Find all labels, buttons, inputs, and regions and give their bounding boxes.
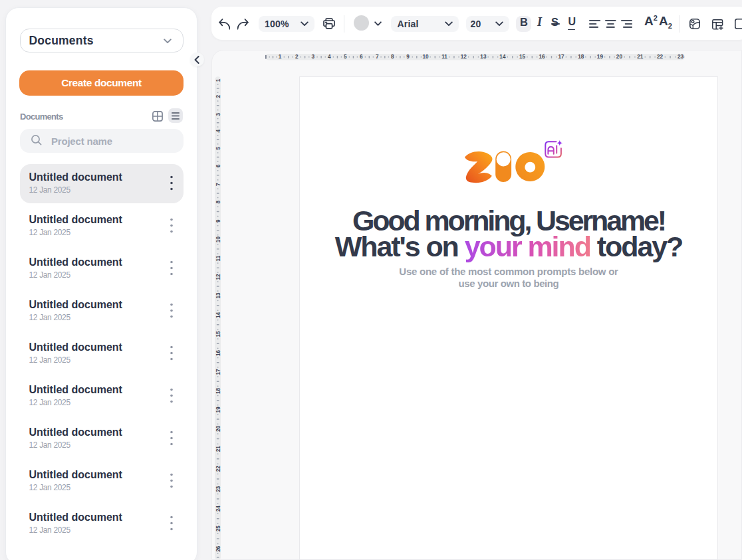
svg-text:13: 13 xyxy=(215,292,221,299)
svg-text:14: 14 xyxy=(215,312,221,319)
svg-text:23: 23 xyxy=(678,54,684,60)
svg-text:25: 25 xyxy=(215,525,221,532)
svg-text:26: 26 xyxy=(215,545,221,552)
svg-text:22: 22 xyxy=(657,54,664,60)
svg-text:7: 7 xyxy=(215,183,221,186)
svg-text:21: 21 xyxy=(215,446,221,452)
svg-text:9: 9 xyxy=(215,219,221,223)
svg-text:5: 5 xyxy=(344,54,347,60)
svg-text:8: 8 xyxy=(215,200,221,203)
svg-text:23: 23 xyxy=(215,486,221,492)
svg-text:20: 20 xyxy=(616,54,623,60)
svg-text:21: 21 xyxy=(637,54,644,60)
svg-text:16: 16 xyxy=(215,349,221,356)
svg-text:10: 10 xyxy=(423,54,430,60)
svg-text:4: 4 xyxy=(215,130,221,133)
svg-text:18: 18 xyxy=(578,54,584,60)
svg-text:19: 19 xyxy=(215,407,221,413)
svg-text:17: 17 xyxy=(558,54,564,60)
svg-text:18: 18 xyxy=(215,387,221,394)
svg-text:11: 11 xyxy=(215,255,221,261)
svg-text:2: 2 xyxy=(215,95,221,98)
svg-text:12: 12 xyxy=(215,274,221,280)
svg-text:6: 6 xyxy=(215,164,221,167)
svg-text:9: 9 xyxy=(406,54,410,60)
svg-text:15: 15 xyxy=(215,331,221,337)
svg-text:19: 19 xyxy=(597,54,604,60)
svg-text:7: 7 xyxy=(376,54,379,60)
svg-text:11: 11 xyxy=(441,54,447,60)
svg-text:22: 22 xyxy=(215,466,221,472)
svg-text:13: 13 xyxy=(480,54,487,60)
svg-text:4: 4 xyxy=(328,54,331,60)
svg-text:3: 3 xyxy=(312,54,315,60)
svg-text:5: 5 xyxy=(215,147,221,150)
svg-text:1: 1 xyxy=(279,54,282,60)
svg-text:2: 2 xyxy=(295,54,299,60)
svg-text:14: 14 xyxy=(499,54,506,60)
svg-text:20: 20 xyxy=(215,425,221,432)
svg-text:10: 10 xyxy=(215,236,221,243)
svg-text:8: 8 xyxy=(391,54,394,60)
svg-text:1: 1 xyxy=(215,78,221,82)
svg-text:24: 24 xyxy=(215,506,221,512)
svg-text:16: 16 xyxy=(539,54,545,60)
svg-text:6: 6 xyxy=(360,54,363,60)
svg-text:15: 15 xyxy=(519,54,526,60)
svg-text:17: 17 xyxy=(215,369,221,375)
svg-text:3: 3 xyxy=(215,113,221,116)
svg-text:12: 12 xyxy=(461,54,467,60)
